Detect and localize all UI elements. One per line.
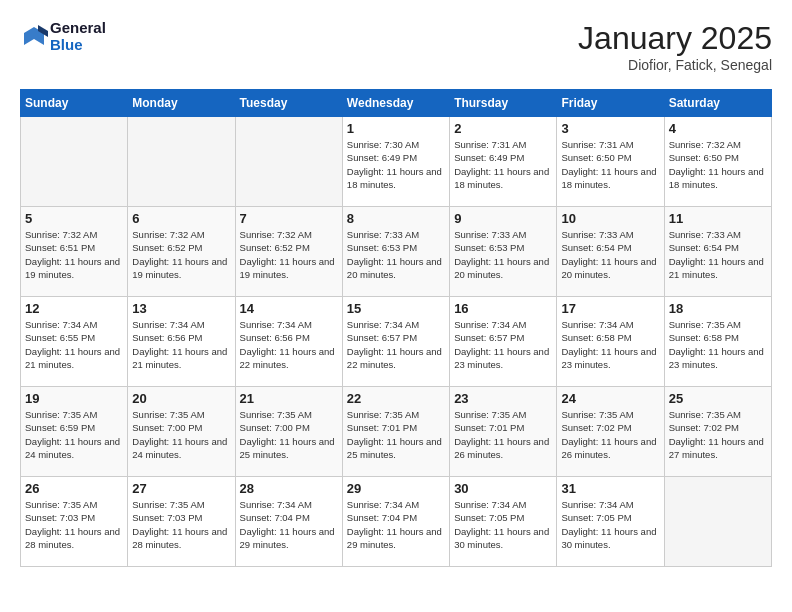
day-number: 18 [669,301,767,316]
day-number: 22 [347,391,445,406]
day-number: 19 [25,391,123,406]
weekday-header: Tuesday [235,90,342,117]
day-info: Sunrise: 7:35 AM Sunset: 7:01 PM Dayligh… [347,408,445,461]
day-info: Sunrise: 7:33 AM Sunset: 6:53 PM Dayligh… [454,228,552,281]
calendar-cell [128,117,235,207]
day-number: 27 [132,481,230,496]
day-info: Sunrise: 7:35 AM Sunset: 7:03 PM Dayligh… [25,498,123,551]
calendar-cell: 16Sunrise: 7:34 AM Sunset: 6:57 PM Dayli… [450,297,557,387]
calendar-cell: 13Sunrise: 7:34 AM Sunset: 6:56 PM Dayli… [128,297,235,387]
day-number: 28 [240,481,338,496]
calendar-cell: 25Sunrise: 7:35 AM Sunset: 7:02 PM Dayli… [664,387,771,477]
calendar-cell: 5Sunrise: 7:32 AM Sunset: 6:51 PM Daylig… [21,207,128,297]
calendar-cell: 26Sunrise: 7:35 AM Sunset: 7:03 PM Dayli… [21,477,128,567]
calendar-cell: 11Sunrise: 7:33 AM Sunset: 6:54 PM Dayli… [664,207,771,297]
day-info: Sunrise: 7:31 AM Sunset: 6:49 PM Dayligh… [454,138,552,191]
day-info: Sunrise: 7:34 AM Sunset: 7:04 PM Dayligh… [347,498,445,551]
calendar-header: SundayMondayTuesdayWednesdayThursdayFrid… [21,90,772,117]
day-number: 31 [561,481,659,496]
calendar-table: SundayMondayTuesdayWednesdayThursdayFrid… [20,89,772,567]
day-number: 9 [454,211,552,226]
page-header: General Blue January 2025 Diofior, Fatic… [20,20,772,73]
calendar-cell: 6Sunrise: 7:32 AM Sunset: 6:52 PM Daylig… [128,207,235,297]
weekday-header: Thursday [450,90,557,117]
calendar-cell: 14Sunrise: 7:34 AM Sunset: 6:56 PM Dayli… [235,297,342,387]
calendar-cell: 9Sunrise: 7:33 AM Sunset: 6:53 PM Daylig… [450,207,557,297]
calendar-cell: 4Sunrise: 7:32 AM Sunset: 6:50 PM Daylig… [664,117,771,207]
calendar-cell: 19Sunrise: 7:35 AM Sunset: 6:59 PM Dayli… [21,387,128,477]
day-info: Sunrise: 7:34 AM Sunset: 6:55 PM Dayligh… [25,318,123,371]
day-number: 1 [347,121,445,136]
logo-icon [20,23,48,51]
day-info: Sunrise: 7:35 AM Sunset: 7:00 PM Dayligh… [240,408,338,461]
day-info: Sunrise: 7:32 AM Sunset: 6:52 PM Dayligh… [132,228,230,281]
day-number: 6 [132,211,230,226]
day-number: 5 [25,211,123,226]
calendar-cell: 12Sunrise: 7:34 AM Sunset: 6:55 PM Dayli… [21,297,128,387]
calendar-cell: 22Sunrise: 7:35 AM Sunset: 7:01 PM Dayli… [342,387,449,477]
title-block: January 2025 Diofior, Fatick, Senegal [578,20,772,73]
calendar-cell: 15Sunrise: 7:34 AM Sunset: 6:57 PM Dayli… [342,297,449,387]
calendar-cell: 29Sunrise: 7:34 AM Sunset: 7:04 PM Dayli… [342,477,449,567]
day-number: 24 [561,391,659,406]
calendar-cell: 1Sunrise: 7:30 AM Sunset: 6:49 PM Daylig… [342,117,449,207]
day-info: Sunrise: 7:35 AM Sunset: 7:03 PM Dayligh… [132,498,230,551]
day-number: 3 [561,121,659,136]
day-info: Sunrise: 7:34 AM Sunset: 7:05 PM Dayligh… [561,498,659,551]
calendar-cell [21,117,128,207]
day-info: Sunrise: 7:33 AM Sunset: 6:53 PM Dayligh… [347,228,445,281]
day-number: 16 [454,301,552,316]
day-number: 7 [240,211,338,226]
calendar-cell: 3Sunrise: 7:31 AM Sunset: 6:50 PM Daylig… [557,117,664,207]
day-number: 4 [669,121,767,136]
location-subtitle: Diofior, Fatick, Senegal [578,57,772,73]
calendar-cell [235,117,342,207]
calendar-cell: 28Sunrise: 7:34 AM Sunset: 7:04 PM Dayli… [235,477,342,567]
day-info: Sunrise: 7:34 AM Sunset: 6:56 PM Dayligh… [132,318,230,371]
logo-general: General [50,20,106,37]
day-info: Sunrise: 7:34 AM Sunset: 6:58 PM Dayligh… [561,318,659,371]
day-info: Sunrise: 7:32 AM Sunset: 6:50 PM Dayligh… [669,138,767,191]
day-number: 26 [25,481,123,496]
calendar-cell: 30Sunrise: 7:34 AM Sunset: 7:05 PM Dayli… [450,477,557,567]
day-info: Sunrise: 7:35 AM Sunset: 7:01 PM Dayligh… [454,408,552,461]
calendar-cell: 18Sunrise: 7:35 AM Sunset: 6:58 PM Dayli… [664,297,771,387]
day-info: Sunrise: 7:35 AM Sunset: 6:59 PM Dayligh… [25,408,123,461]
calendar-cell: 20Sunrise: 7:35 AM Sunset: 7:00 PM Dayli… [128,387,235,477]
calendar-cell [664,477,771,567]
weekday-header: Monday [128,90,235,117]
day-number: 20 [132,391,230,406]
day-info: Sunrise: 7:34 AM Sunset: 7:05 PM Dayligh… [454,498,552,551]
calendar-cell: 24Sunrise: 7:35 AM Sunset: 7:02 PM Dayli… [557,387,664,477]
weekday-header: Friday [557,90,664,117]
day-number: 10 [561,211,659,226]
day-info: Sunrise: 7:34 AM Sunset: 6:57 PM Dayligh… [454,318,552,371]
day-info: Sunrise: 7:32 AM Sunset: 6:51 PM Dayligh… [25,228,123,281]
day-info: Sunrise: 7:35 AM Sunset: 7:02 PM Dayligh… [669,408,767,461]
day-number: 13 [132,301,230,316]
day-info: Sunrise: 7:34 AM Sunset: 7:04 PM Dayligh… [240,498,338,551]
day-info: Sunrise: 7:35 AM Sunset: 7:02 PM Dayligh… [561,408,659,461]
calendar-cell: 7Sunrise: 7:32 AM Sunset: 6:52 PM Daylig… [235,207,342,297]
calendar-cell: 31Sunrise: 7:34 AM Sunset: 7:05 PM Dayli… [557,477,664,567]
day-number: 8 [347,211,445,226]
day-info: Sunrise: 7:35 AM Sunset: 7:00 PM Dayligh… [132,408,230,461]
weekday-header: Saturday [664,90,771,117]
day-number: 12 [25,301,123,316]
weekday-header: Wednesday [342,90,449,117]
calendar-cell: 27Sunrise: 7:35 AM Sunset: 7:03 PM Dayli… [128,477,235,567]
day-info: Sunrise: 7:35 AM Sunset: 6:58 PM Dayligh… [669,318,767,371]
logo: General Blue [20,20,106,53]
day-info: Sunrise: 7:31 AM Sunset: 6:50 PM Dayligh… [561,138,659,191]
calendar-cell: 8Sunrise: 7:33 AM Sunset: 6:53 PM Daylig… [342,207,449,297]
logo-blue: Blue [50,37,106,54]
weekday-header: Sunday [21,90,128,117]
day-number: 14 [240,301,338,316]
day-number: 23 [454,391,552,406]
calendar-cell: 10Sunrise: 7:33 AM Sunset: 6:54 PM Dayli… [557,207,664,297]
day-number: 21 [240,391,338,406]
day-info: Sunrise: 7:34 AM Sunset: 6:56 PM Dayligh… [240,318,338,371]
calendar-cell: 17Sunrise: 7:34 AM Sunset: 6:58 PM Dayli… [557,297,664,387]
day-number: 29 [347,481,445,496]
day-number: 30 [454,481,552,496]
